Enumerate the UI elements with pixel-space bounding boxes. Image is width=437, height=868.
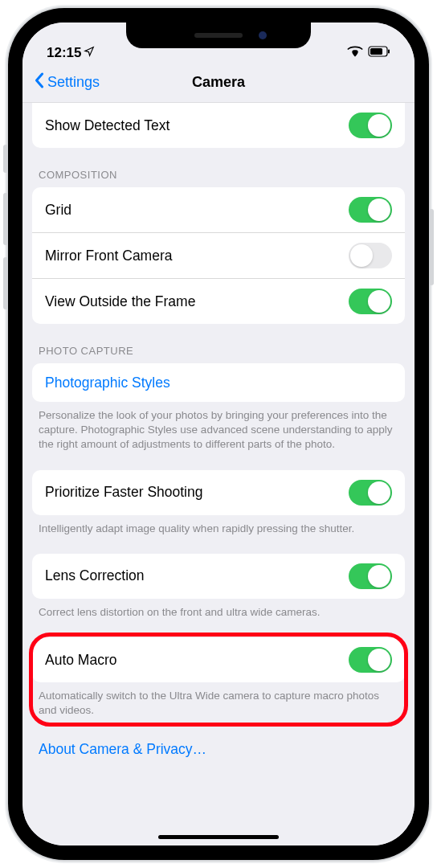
battery-icon	[368, 45, 390, 61]
row-label: Prioritize Faster Shooting	[45, 484, 202, 501]
nav-bar: Settings Camera	[22, 63, 415, 103]
group-block-auto-macro: Auto Macro	[32, 637, 405, 682]
row-label: Show Detected Text	[45, 117, 169, 134]
svg-rect-2	[388, 50, 390, 54]
group-block: Show Detected Text	[32, 103, 405, 148]
row-show-detected-text[interactable]: Show Detected Text	[32, 103, 405, 148]
row-label: View Outside the Frame	[45, 293, 195, 310]
row-prioritize-faster-shooting[interactable]: Prioritize Faster Shooting	[32, 470, 405, 515]
row-label: Mirror Front Camera	[45, 248, 173, 264]
footer-faster-shooting: Intelligently adapt image quality when r…	[22, 515, 415, 539]
link-about-camera-privacy[interactable]: About Camera & Privacy…	[22, 725, 415, 764]
section-header-composition: COMPOSITION	[22, 148, 415, 187]
phone-frame: 12:15 Settings Came	[8, 8, 429, 860]
toggle-grid[interactable]	[349, 197, 392, 223]
row-label: Photographic Styles	[45, 375, 170, 391]
home-indicator[interactable]	[158, 835, 279, 839]
footer-lens-correction: Correct lens distortion on the front and…	[22, 599, 415, 623]
group-block-composition: Grid Mirror Front Camera View Outside th…	[32, 187, 405, 324]
chevron-left-icon	[34, 72, 44, 92]
row-label: Lens Correction	[45, 567, 145, 584]
row-auto-macro[interactable]: Auto Macro	[32, 637, 405, 682]
toggle-view-outside-frame[interactable]	[349, 289, 392, 314]
volume-up-button	[3, 193, 8, 245]
row-lens-correction[interactable]: Lens Correction	[32, 554, 405, 599]
row-label: Auto Macro	[45, 652, 116, 669]
row-view-outside-frame[interactable]: View Outside the Frame	[32, 278, 405, 324]
section-header-photo-capture: PHOTO CAPTURE	[22, 324, 415, 363]
toggle-show-detected-text[interactable]	[349, 113, 392, 138]
wifi-icon	[347, 45, 363, 61]
toggle-mirror-front-camera[interactable]	[349, 243, 392, 268]
row-grid[interactable]: Grid	[32, 187, 405, 232]
settings-content[interactable]: Show Detected Text COMPOSITION Grid Mirr…	[22, 103, 415, 845]
volume-down-button	[3, 257, 8, 309]
svg-rect-1	[370, 48, 382, 55]
back-label: Settings	[47, 74, 100, 91]
toggle-prioritize-faster-shooting[interactable]	[349, 480, 392, 506]
back-button[interactable]: Settings	[22, 72, 100, 92]
group-block-photo-styles: Photographic Styles	[32, 363, 405, 402]
power-button	[429, 209, 434, 285]
row-photographic-styles[interactable]: Photographic Styles	[32, 363, 405, 402]
row-mirror-front-camera[interactable]: Mirror Front Camera	[32, 232, 405, 278]
footer-photographic-styles: Personalize the look of your photos by b…	[22, 402, 415, 456]
group-block-lens-correction: Lens Correction	[32, 554, 405, 599]
silent-switch	[3, 145, 8, 173]
row-label: Grid	[45, 202, 71, 219]
group-block-faster-shooting: Prioritize Faster Shooting	[32, 470, 405, 515]
page-title: Camera	[192, 74, 245, 91]
screen: 12:15 Settings Came	[22, 23, 415, 845]
footer-auto-macro: Automatically switch to the Ultra Wide c…	[22, 682, 415, 721]
toggle-auto-macro[interactable]	[349, 647, 392, 673]
location-icon	[84, 45, 95, 61]
toggle-lens-correction[interactable]	[349, 563, 392, 589]
notch	[126, 23, 311, 48]
status-time: 12:15	[47, 45, 81, 61]
